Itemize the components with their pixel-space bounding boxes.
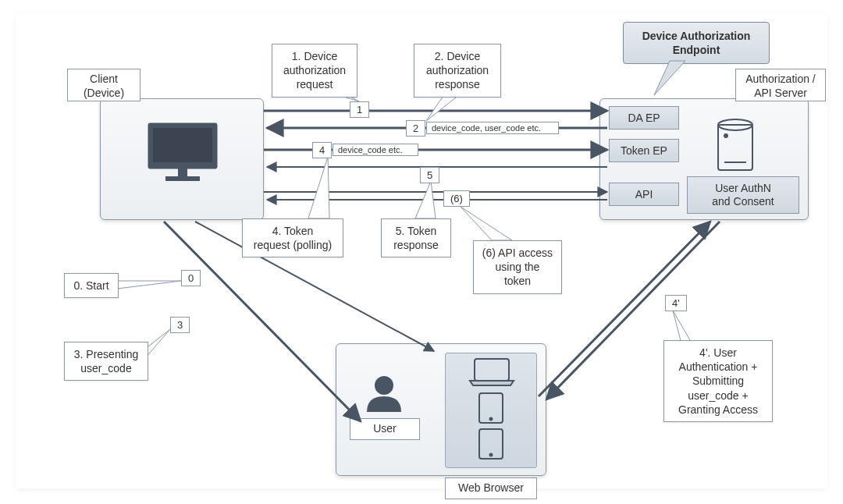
dae-banner: Device Authorization Endpoint [623, 22, 770, 64]
browser-label: Web Browser [445, 477, 537, 499]
api-label: API [609, 183, 679, 206]
num-0: 0 [181, 270, 201, 286]
step-4: 4. Token request (polling) [242, 218, 343, 257]
num-4p: 4' [665, 295, 687, 311]
client-label: Client (Device) [67, 69, 140, 101]
step-5: 5. Token response [381, 218, 451, 257]
step-0: 0. Start [64, 273, 119, 298]
user-label: User [350, 418, 420, 440]
step-1: 1. Device authorization request [272, 44, 357, 98]
da-ep-label: DA EP [609, 106, 679, 130]
num-1: 1 [350, 101, 369, 118]
num-3: 3 [170, 317, 190, 333]
step-2: 2. Device authorization response [414, 44, 501, 98]
browser-pane [445, 353, 537, 468]
step-3: 3. Presenting user_code [64, 342, 148, 381]
step-6: (6) API access using the token [473, 240, 562, 294]
token-ep-label: Token EP [609, 139, 679, 162]
num-2: 2 [406, 120, 425, 137]
server-label: Authorization / API Server [735, 69, 826, 101]
msg-4: device_code etc. [333, 144, 418, 156]
msg-2: device_code, user_code etc. [426, 122, 559, 134]
num-5: 5 [420, 167, 439, 183]
authn-label: User AuthN and Consent [687, 176, 799, 214]
num-6: (6) [443, 190, 470, 207]
step-4p: 4'. User Authentication + Submitting use… [663, 340, 773, 422]
client-box [100, 98, 264, 220]
num-4: 4 [312, 142, 332, 158]
